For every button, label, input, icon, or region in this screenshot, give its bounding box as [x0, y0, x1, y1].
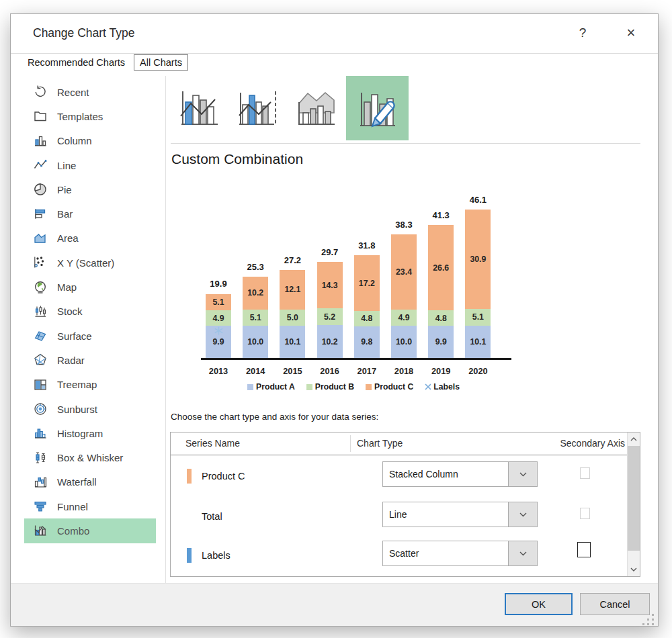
- dialog-titlebar: Change Chart Type ? ×: [11, 14, 658, 54]
- header-chart-type: Chart Type: [357, 438, 403, 449]
- segment-product-c: 17.2: [354, 255, 380, 311]
- sidebar-item-funnel[interactable]: Funnel: [24, 494, 156, 518]
- sidebar-item-line[interactable]: Line: [24, 153, 156, 177]
- x-axis-label: 2018: [385, 366, 423, 376]
- bar-icon: [32, 207, 48, 222]
- sidebar-item-label: Pie: [57, 184, 72, 195]
- line-icon: [32, 158, 48, 173]
- sidebar-item-label: X Y (Scatter): [57, 257, 114, 269]
- sidebar-item-histogram[interactable]: Histogram: [24, 421, 156, 445]
- ok-button[interactable]: OK: [505, 593, 573, 615]
- x-axis-label: 2020: [459, 366, 497, 376]
- sidebar-item-label: Funnel: [57, 501, 88, 512]
- total-label: 27.2: [272, 255, 312, 265]
- data-label: 17.2: [359, 279, 375, 288]
- treemap-icon: [32, 377, 48, 392]
- secondary-axis-checkbox-labels[interactable]: [577, 542, 591, 557]
- chevron-down-icon[interactable]: [508, 502, 537, 527]
- sidebar-item-waterfall[interactable]: Waterfall: [24, 470, 156, 494]
- cancel-button[interactable]: Cancel: [580, 593, 650, 615]
- secondary-axis-checkbox-total[interactable]: [580, 508, 590, 519]
- legend-label: Product B: [315, 382, 354, 392]
- sidebar-item-combo[interactable]: Combo: [24, 518, 156, 543]
- sidebar-item-box-whisker[interactable]: Box & Whisker: [24, 445, 156, 469]
- subtype-divider: [171, 143, 640, 144]
- sidebar-item-stock[interactable]: Stock: [24, 300, 156, 324]
- data-label: 5.1: [212, 298, 224, 307]
- sidebar-item-treemap[interactable]: Treemap: [24, 373, 156, 397]
- sidebar-item-xy-scatter[interactable]: X Y (Scatter): [24, 250, 156, 275]
- dropdown-value: Scatter: [383, 541, 508, 565]
- tab-all-charts[interactable]: All Charts: [134, 54, 188, 71]
- legend-x-icon: [425, 384, 431, 390]
- sidebar-item-map[interactable]: Map: [24, 275, 156, 299]
- x-axis-label: 2019: [422, 366, 460, 376]
- sidebar-item-label: Treemap: [57, 379, 97, 390]
- legend-item-product-a: Product A: [247, 382, 295, 392]
- scrollbar-thumb[interactable]: [628, 446, 640, 551]
- data-label: 4.9: [212, 314, 224, 323]
- secondary-axis-checkbox-product-c[interactable]: [580, 467, 590, 479]
- tab-recommended-charts[interactable]: Recommended Charts: [22, 55, 130, 70]
- data-label: 14.3: [322, 281, 338, 290]
- subtype-clustered-column-line-secondary-axis[interactable]: [229, 76, 286, 140]
- segment-product-c: 23.4: [391, 234, 417, 310]
- data-label: 9.8: [361, 337, 372, 347]
- legend-square-icon: [306, 384, 312, 390]
- scatter-marker-icon: [214, 326, 223, 334]
- templates-icon: [32, 109, 48, 124]
- header-secondary-axis: Secondary Axis: [547, 438, 625, 449]
- series-swatch-product-c: [187, 469, 192, 484]
- legend-item-product-b: Product B: [306, 382, 354, 392]
- data-label: 12.1: [284, 285, 300, 294]
- combo-subtype-row: [171, 76, 410, 140]
- total-label: 29.7: [310, 247, 350, 257]
- sidebar-item-radar[interactable]: Radar: [24, 348, 156, 372]
- sidebar-item-column[interactable]: Column: [24, 129, 156, 153]
- sidebar-item-label: Templates: [57, 111, 103, 122]
- sidebar-item-label: Bar: [57, 208, 73, 220]
- segment-product-b: 5.1: [465, 309, 491, 325]
- data-label: 10.0: [247, 337, 263, 347]
- resize-grip-icon[interactable]: [647, 619, 649, 621]
- sidebar-item-surface[interactable]: Surface: [24, 324, 156, 348]
- sidebar-item-recent[interactable]: Recent: [24, 80, 156, 104]
- close-button[interactable]: ×: [620, 22, 642, 44]
- histogram-icon: [32, 426, 48, 441]
- subtype-heading: Custom Combination: [171, 151, 303, 167]
- series-table-header: Series Name Chart Type Secondary Axis: [171, 432, 627, 455]
- bar-group-2017: 9.84.817.231.82017: [354, 255, 380, 358]
- sidebar-item-bar[interactable]: Bar: [24, 201, 156, 226]
- chart-type-dropdown-product-c[interactable]: Stacked Column: [382, 461, 538, 487]
- segment-product-b: 5.0: [280, 310, 305, 326]
- sidebar-item-sunburst[interactable]: Sunburst: [24, 397, 156, 421]
- subtype-stacked-area-clustered-column[interactable]: [288, 76, 345, 140]
- scroll-up-icon[interactable]: [628, 433, 640, 445]
- subtype-clustered-column-line[interactable]: [171, 76, 228, 140]
- chart-type-dropdown-labels[interactable]: Scatter: [382, 541, 538, 566]
- chevron-down-icon[interactable]: [508, 541, 537, 565]
- custom-combination-icon: [356, 87, 399, 129]
- scroll-down-icon[interactable]: [628, 563, 640, 576]
- chart-type-dropdown-total[interactable]: Line: [382, 502, 538, 527]
- segment-product-a: 10.0: [391, 326, 417, 358]
- chevron-down-icon[interactable]: [508, 462, 537, 486]
- data-label: 9.9: [212, 337, 224, 347]
- subtype-custom-combination[interactable]: [346, 76, 409, 140]
- table-scrollbar[interactable]: [627, 432, 640, 576]
- sidebar-item-pie[interactable]: Pie: [24, 177, 156, 201]
- segment-product-a: 9.8: [354, 326, 380, 358]
- segment-product-c: 12.1: [280, 270, 305, 309]
- help-button[interactable]: ?: [571, 22, 594, 44]
- sidebar-item-templates[interactable]: Templates: [24, 104, 156, 128]
- data-label: 5.2: [324, 312, 335, 322]
- sidebar-item-label: Column: [57, 135, 92, 146]
- sidebar-item-area[interactable]: Area: [24, 226, 156, 250]
- series-name: Labels: [202, 550, 230, 561]
- segment-product-c: 26.6: [428, 225, 454, 311]
- recent-icon: [32, 85, 48, 99]
- data-label: 10.2: [247, 288, 263, 298]
- total-label: 46.1: [458, 195, 498, 205]
- area-icon: [32, 231, 48, 246]
- segment-product-a: 10.2: [317, 325, 343, 358]
